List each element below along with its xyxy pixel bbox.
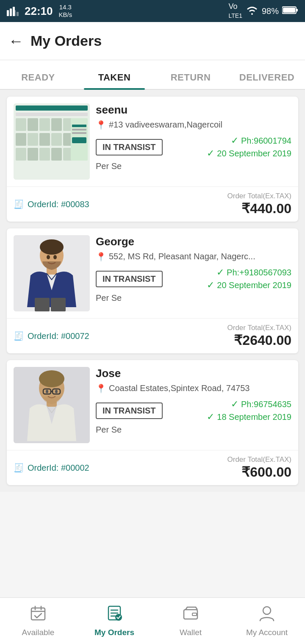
order-id-icon: 🧾 xyxy=(14,331,24,341)
svg-rect-17 xyxy=(16,133,26,146)
date-text: 20 September 2019 xyxy=(217,149,291,158)
svg-rect-13 xyxy=(39,118,50,131)
svg-rect-3 xyxy=(14,10,16,16)
tab-delivered[interactable]: DELIVERED xyxy=(229,72,305,89)
order-id-icon: 🧾 xyxy=(14,463,24,473)
nav-my-account-label: My Account xyxy=(246,628,288,637)
back-button[interactable]: ← xyxy=(8,32,24,50)
address-row: 📍 #13 vadiveeswaram,Nagercoil xyxy=(96,119,291,130)
svg-point-36 xyxy=(40,239,64,255)
svg-rect-18 xyxy=(28,133,38,146)
svg-rect-24 xyxy=(28,148,38,161)
total-amount: ₹2640.00 xyxy=(227,332,291,348)
order-footer: 🧾 OrderId: #00072 Order Total(Ex.TAX) ₹2… xyxy=(7,318,298,353)
svg-rect-38 xyxy=(35,298,50,311)
order-main: Jose 📍 Coastal Estates,Spintex Road, 747… xyxy=(7,360,298,450)
location-icon: 📍 xyxy=(96,120,106,130)
svg-rect-60 xyxy=(184,610,197,619)
svg-rect-61 xyxy=(192,613,197,616)
order-footer: 🧾 OrderId: #00002 Order Total(Ex.TAX) ₹6… xyxy=(7,450,298,485)
order-image xyxy=(14,367,90,443)
svg-rect-1 xyxy=(10,8,12,16)
svg-point-41 xyxy=(53,255,57,259)
time-display: 22:10 xyxy=(25,5,53,18)
order-id: 🧾 OrderId: #00083 xyxy=(14,199,89,209)
svg-point-59 xyxy=(115,614,122,621)
tab-taken[interactable]: TAKEN xyxy=(76,72,152,89)
status-row: IN TRANSIST ✓ Ph:96754635 ✓ 18 September… xyxy=(96,399,291,422)
status-row: IN TRANSIST ✓ Ph:96001794 ✓ 20 September… xyxy=(96,135,291,159)
header: ← My Orders xyxy=(0,22,305,60)
svg-rect-12 xyxy=(28,118,38,131)
svg-rect-4 xyxy=(17,12,19,16)
transit-badge: IN TRANSIST xyxy=(96,402,163,419)
svg-rect-7 xyxy=(283,8,295,13)
nav-wallet[interactable]: Wallet xyxy=(152,598,229,644)
order-card: seenu 📍 #13 vadiveeswaram,Nagercoil IN T… xyxy=(7,97,298,222)
address-text: Coastal Estates,Spintex Road, 74753 xyxy=(109,383,250,394)
svg-point-44 xyxy=(39,370,64,387)
svg-point-50 xyxy=(55,390,58,393)
order-main: George 📍 552, MS Rd, Pleasant Nagar, Nag… xyxy=(7,228,298,318)
address-row: 📍 Coastal Estates,Spintex Road, 74753 xyxy=(96,383,291,394)
date-item: ✓ 20 September 2019 xyxy=(207,148,291,159)
total-amount: ₹600.00 xyxy=(227,464,291,480)
phone-text: Ph:96001794 xyxy=(241,136,291,146)
order-main: seenu 📍 #13 vadiveeswaram,Nagercoil IN T… xyxy=(7,97,298,186)
nav-wallet-label: Wallet xyxy=(180,628,202,637)
svg-rect-6 xyxy=(296,9,298,11)
tab-ready[interactable]: READY xyxy=(0,72,76,89)
nav-my-orders[interactable]: My Orders xyxy=(76,598,152,644)
nav-my-account[interactable]: My Account xyxy=(229,598,305,644)
wifi-icon xyxy=(246,6,258,17)
orders-list: seenu 📍 #13 vadiveeswaram,Nagercoil IN T… xyxy=(0,90,305,492)
svg-rect-30 xyxy=(72,125,86,127)
transit-badge: IN TRANSIST xyxy=(96,271,163,287)
order-id-text: OrderId: #00072 xyxy=(28,331,89,341)
order-image xyxy=(14,103,90,180)
order-total: Order Total(Ex.TAX) ₹440.00 xyxy=(227,192,291,217)
svg-rect-0 xyxy=(7,10,9,16)
nav-my-orders-label: My Orders xyxy=(94,628,134,637)
battery-percent: 98% xyxy=(262,6,279,16)
location-icon: 📍 xyxy=(96,252,106,262)
order-footer: 🧾 OrderId: #00083 Order Total(Ex.TAX) ₹4… xyxy=(7,186,298,222)
address-text: #13 vadiveeswaram,Nagercoil xyxy=(109,119,222,130)
perse-row: Per Se xyxy=(96,293,291,303)
order-id: 🧾 OrderId: #00072 xyxy=(14,331,89,341)
nav-available-label: Available xyxy=(22,628,55,637)
svg-rect-11 xyxy=(16,118,26,131)
tab-return[interactable]: RETURN xyxy=(152,72,229,89)
customer-name: George xyxy=(96,235,291,248)
svg-rect-19 xyxy=(39,133,50,146)
order-image xyxy=(14,235,90,311)
bottom-nav: Available My Orders Wallet xyxy=(0,597,305,644)
location-icon: 📍 xyxy=(96,383,106,394)
order-info: seenu 📍 #13 vadiveeswaram,Nagercoil IN T… xyxy=(96,103,291,180)
date-text: 20 September 2019 xyxy=(217,280,291,290)
order-card: George 📍 552, MS Rd, Pleasant Nagar, Nag… xyxy=(7,228,298,353)
customer-name: Jose xyxy=(96,367,291,380)
order-card: Jose 📍 Coastal Estates,Spintex Road, 747… xyxy=(7,360,298,485)
svg-rect-14 xyxy=(51,118,62,131)
phone-item: ✓ Ph:96001794 xyxy=(231,135,291,146)
svg-rect-31 xyxy=(72,129,86,130)
perse-row: Per Se xyxy=(96,161,291,171)
svg-rect-26 xyxy=(51,148,62,161)
status-bar: 22:10 14.3KB/s VoLTE1 98% xyxy=(0,0,305,22)
phone-date-right: ✓ Ph:+9180567093 ✓ 20 September 2019 xyxy=(207,267,291,291)
calendar-check-icon xyxy=(30,605,47,625)
check-icon: ✓ xyxy=(231,399,238,410)
phone-text: Ph:+9180567093 xyxy=(227,268,291,278)
network-icon xyxy=(7,4,19,18)
svg-rect-33 xyxy=(72,137,86,143)
order-info: George 📍 552, MS Rd, Pleasant Nagar, Nag… xyxy=(96,235,291,311)
nav-available[interactable]: Available xyxy=(0,598,76,644)
per-se-text: Per Se xyxy=(96,293,122,303)
phone-date-right: ✓ Ph:96001794 ✓ 20 September 2019 xyxy=(207,135,291,159)
svg-rect-51 xyxy=(31,608,45,620)
orders-icon xyxy=(106,605,123,625)
tabs-bar: READY TAKEN RETURN DELIVERED xyxy=(0,60,305,90)
wallet-icon xyxy=(182,605,199,625)
total-amount: ₹440.00 xyxy=(227,200,291,217)
